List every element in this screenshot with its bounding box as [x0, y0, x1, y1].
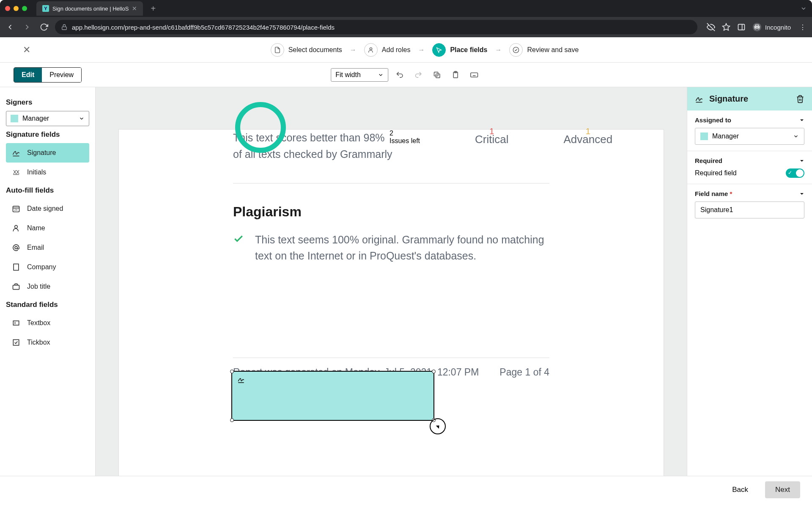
arrow-icon: → — [418, 46, 425, 54]
svg-marker-37 — [800, 119, 804, 121]
svg-rect-32 — [13, 321, 19, 325]
right-panel: Signature Assigned to Manager Required — [687, 87, 812, 476]
document-icon — [271, 43, 284, 57]
footer-bar: Back Next — [0, 476, 812, 503]
incognito-icon — [752, 22, 762, 32]
cursor-icon — [432, 43, 446, 57]
building-icon — [11, 262, 21, 272]
zoom-select[interactable]: Fit width — [331, 68, 388, 82]
autofill-heading: Auto-fill fields — [6, 186, 89, 195]
field-email[interactable]: Email — [6, 238, 89, 257]
url-field[interactable]: app.hellosign.com/prep-and-send/c61bafdf… — [55, 20, 697, 34]
signer-select[interactable]: Manager — [6, 111, 89, 126]
person-icon — [11, 223, 21, 233]
step-review-save[interactable]: Review and save — [509, 43, 579, 57]
svg-point-22 — [15, 225, 18, 228]
signer-swatch-icon — [11, 115, 18, 122]
lock-icon — [61, 24, 68, 30]
step-add-roles[interactable]: Add roles — [364, 43, 411, 57]
app-root: ✕ Select documents → Add roles → Plac — [0, 37, 812, 503]
side-panel-icon[interactable] — [737, 23, 746, 31]
minimize-window-icon[interactable] — [14, 6, 19, 11]
svg-marker-39 — [800, 193, 804, 195]
close-editor-button[interactable]: ✕ — [10, 42, 47, 58]
chevron-down-icon — [793, 133, 799, 139]
caret-down-icon[interactable] — [799, 191, 804, 196]
delete-icon[interactable] — [796, 95, 804, 103]
back-button[interactable] — [4, 23, 16, 31]
forward-button[interactable] — [21, 23, 33, 31]
field-name[interactable]: Name — [6, 218, 89, 238]
field-company[interactable]: Company — [6, 257, 89, 277]
undo-button[interactable] — [392, 68, 407, 82]
field-date-signed[interactable]: 24 Date signed — [6, 199, 89, 218]
browser-chrome: Y Sign documents online | HelloS ✕ + app… — [0, 0, 812, 37]
at-icon — [11, 243, 21, 253]
window-controls — [5, 6, 27, 11]
arrow-icon: → — [495, 46, 502, 54]
step-place-fields[interactable]: Place fields — [432, 43, 487, 57]
signer-swatch-icon — [700, 133, 708, 140]
browser-menu-icon[interactable]: ⋮ — [798, 23, 808, 31]
caret-down-icon[interactable] — [799, 118, 804, 123]
resize-handle[interactable] — [230, 370, 234, 373]
caret-down-icon[interactable] — [799, 158, 804, 163]
required-toggle[interactable]: ✓ — [786, 168, 804, 178]
person-icon — [364, 43, 378, 57]
svg-rect-24 — [14, 264, 19, 271]
copy-button[interactable] — [430, 68, 444, 82]
next-button[interactable]: Next — [765, 481, 800, 498]
reload-button[interactable] — [38, 23, 50, 31]
standard-fields-heading: Standard fields — [6, 301, 89, 309]
document-page[interactable]: 2 Issues left 1 Critical 1 Advanced — [119, 130, 664, 476]
eye-off-icon[interactable] — [707, 23, 715, 31]
close-tab-icon[interactable]: ✕ — [132, 5, 137, 12]
assigned-to-select[interactable]: Manager — [695, 128, 804, 145]
edit-preview-toggle: Edit Preview — [14, 67, 82, 83]
signature-icon — [11, 148, 21, 158]
incognito-indicator[interactable]: Incognito — [752, 22, 791, 32]
browser-tab[interactable]: Y Sign documents online | HelloS ✕ — [36, 1, 143, 16]
tool-row: Edit Preview Fit width — [0, 63, 812, 87]
tabs-menu-icon[interactable] — [800, 5, 807, 12]
metric-critical: 1 Critical — [475, 130, 508, 146]
check-circle-icon — [509, 43, 523, 57]
svg-marker-38 — [800, 160, 804, 162]
stepper-bar: ✕ Select documents → Add roles → Plac — [0, 37, 812, 63]
edit-tab[interactable]: Edit — [14, 68, 42, 82]
favicon-icon: Y — [42, 5, 49, 12]
svg-marker-2 — [723, 24, 730, 30]
divider — [233, 183, 549, 184]
resize-handle[interactable] — [432, 370, 436, 373]
placed-signature-field[interactable] — [231, 371, 434, 421]
svg-point-23 — [15, 246, 17, 249]
maximize-window-icon[interactable] — [22, 6, 27, 11]
document-canvas[interactable]: 2 Issues left 1 Critical 1 Advanced — [96, 87, 687, 476]
plagiarism-row: This text seems 100% original. Grammarly… — [233, 232, 549, 265]
resize-handle[interactable] — [230, 418, 234, 422]
step-select-documents[interactable]: Select documents — [271, 43, 342, 57]
paste-button[interactable] — [448, 68, 463, 82]
svg-rect-0 — [62, 27, 67, 30]
plagiarism-heading: Plagiarism — [233, 204, 549, 220]
new-tab-button[interactable]: + — [147, 4, 159, 14]
signers-heading: Signers — [6, 98, 89, 107]
redo-button[interactable] — [411, 68, 425, 82]
tab-bar: Y Sign documents online | HelloS ✕ + — [0, 0, 812, 17]
preview-tab[interactable]: Preview — [42, 68, 81, 82]
field-name-input[interactable] — [695, 202, 804, 218]
close-window-icon[interactable] — [5, 6, 10, 11]
field-signature[interactable]: Signature — [6, 143, 89, 163]
field-job-title[interactable]: Job title — [6, 277, 89, 296]
keyboard-button[interactable] — [467, 68, 481, 82]
metric-advanced: 1 Advanced — [563, 130, 612, 146]
right-panel-header: Signature — [687, 87, 812, 110]
field-textbox[interactable]: Textbox — [6, 313, 89, 333]
field-initials[interactable]: XX Initials — [6, 163, 89, 182]
field-tickbox[interactable]: Tickbox — [6, 333, 89, 352]
back-button[interactable]: Back — [722, 481, 758, 498]
star-icon[interactable] — [722, 23, 730, 31]
textbox-icon — [11, 318, 21, 328]
svg-text:24: 24 — [14, 208, 18, 211]
stepper: Select documents → Add roles → Place fie… — [271, 43, 579, 57]
